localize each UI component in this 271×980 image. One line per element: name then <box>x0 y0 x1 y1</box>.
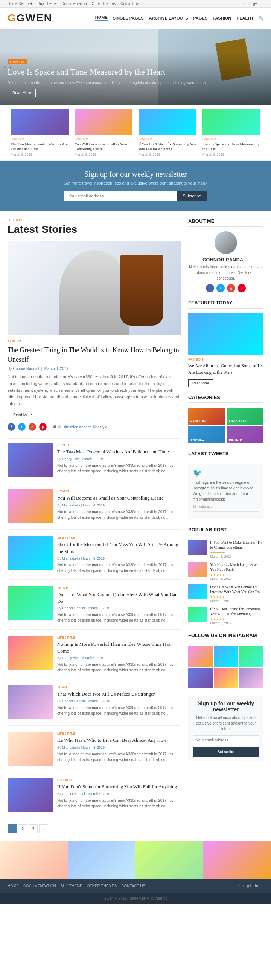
instagram-item-3[interactable] <box>239 646 263 667</box>
popular-post-4[interactable]: If You Don't Stand for Something You Wil… <box>188 607 263 625</box>
nav-single-pages[interactable]: SINGLE PAGES <box>113 16 144 20</box>
list-post-title-1[interactable]: The Two Most Powerful Warriors Are Patie… <box>57 449 181 455</box>
footer-linkedin-icon[interactable]: in <box>255 883 258 889</box>
topbar-link-contact[interactable]: Contact Us <box>120 2 139 6</box>
topbar-link-home[interactable]: Home Demo ✦ <box>8 2 33 6</box>
hero-prev-button[interactable]: ‹ <box>4 63 6 71</box>
topbar-link-buy[interactable]: Buy Theme <box>38 2 57 6</box>
top-bar-nav[interactable]: Home Demo ✦ Buy Theme Documentation Othe… <box>8 2 143 6</box>
twitter-share-icon[interactable]: t <box>18 423 25 431</box>
pinterest-share-icon[interactable]: p <box>39 423 47 431</box>
sidebar-newsletter-input[interactable] <box>193 735 259 745</box>
footer-pinterest-icon[interactable]: p <box>261 883 263 889</box>
thumb-item-3[interactable]: FASHION If You Don't Stand for Something… <box>135 108 200 156</box>
author-facebook-icon[interactable]: f <box>206 284 214 293</box>
category-fashion[interactable]: FASHION <box>188 408 225 425</box>
google-plus-icon[interactable]: g+ <box>253 2 257 6</box>
search-icon[interactable]: 🔍 <box>258 16 263 21</box>
category-lifestyle[interactable]: LIFESTYLE <box>227 408 263 425</box>
list-post-title-5[interactable]: Nothing Is More Powerful Than an Idea Wh… <box>57 641 181 654</box>
featured-read-more-button[interactable]: Read More <box>8 411 37 419</box>
sidebar-newsletter-button[interactable]: Subscribe <box>193 747 259 757</box>
list-post-3: LIFESTYLE Shoot for the Moon and if You … <box>8 536 181 579</box>
nav-home[interactable]: HOME <box>95 15 108 21</box>
topbar-link-docs[interactable]: Documentation <box>61 2 87 6</box>
tweet-text-1: Hashtags are the search engine of Instag… <box>193 480 259 502</box>
hero-section: FASHION Love Is Space and Time Measured … <box>0 29 271 105</box>
newsletter-email-input[interactable] <box>64 191 177 201</box>
featured-today-read-more-button[interactable]: Read More <box>188 379 213 387</box>
list-post-title-2[interactable]: You Will Become as Small as Your Control… <box>57 495 181 501</box>
footer-google-icon[interactable]: g+ <box>247 883 252 889</box>
thumb-item-1[interactable]: FASHION The Two Most Powerful Warriors A… <box>8 108 71 156</box>
footer-nav: HOME DOCUMENTATION BUY THEME OTHER THEME… <box>0 879 271 893</box>
page-btn-2[interactable]: 2 <box>18 824 27 834</box>
hero-next-button[interactable]: › <box>9 63 11 71</box>
sidebar-about-heading: ABOUT ME <box>188 218 263 227</box>
nav-health[interactable]: HEALTH <box>236 16 253 20</box>
list-post-image-4 <box>8 586 53 620</box>
featured-author-name[interactable]: Connor Randall <box>13 367 39 371</box>
footer-link-buy[interactable]: BUY THEME <box>60 884 82 888</box>
thumb-item-2[interactable]: FASHION You Will Become as Small as Your… <box>71 108 135 156</box>
hero-read-more-button[interactable]: Read More <box>8 89 36 97</box>
list-post-text-4: Not to launch on the manufacturer's new … <box>57 612 181 623</box>
category-health[interactable]: HEALTH <box>227 426 263 443</box>
hero-overlay: FASHION Love Is Space and Time Measured … <box>0 51 271 105</box>
sidebar-featured-heading: FEATURED TODAY <box>188 300 263 309</box>
newsletter-banner: Sign up for our weekly newsletter Get mo… <box>0 161 271 211</box>
instagram-item-4[interactable] <box>188 668 213 688</box>
footer-link-home[interactable]: HOME <box>8 884 19 888</box>
list-post-content-7: LIFESTYLE He Who Has a Why to Live Can B… <box>57 732 181 765</box>
footer-link-docs[interactable]: DOCUMENTATION <box>23 884 56 888</box>
facebook-icon[interactable]: f <box>244 2 246 6</box>
list-post-8: FASHION If You Don't Stand for Something… <box>8 778 181 818</box>
footer-twitter-icon[interactable]: t <box>243 883 244 889</box>
footer-link-themes[interactable]: OTHER THEMES <box>87 884 117 888</box>
post-hashtags: #fashion #health #lifestyle <box>64 425 107 429</box>
nav-fashion[interactable]: FASHION <box>213 16 231 20</box>
facebook-share-icon[interactable]: f <box>8 423 15 431</box>
thumb-tag-4: FASHION <box>203 137 260 140</box>
category-travel[interactable]: TRAVEL <box>188 426 225 443</box>
topbar-link-themes[interactable]: Other Themes <box>92 2 116 6</box>
author-twitter-icon[interactable]: t <box>216 284 225 293</box>
twitter-icon[interactable]: t <box>249 2 250 6</box>
instagram-item-2[interactable] <box>214 646 238 667</box>
author-google-icon[interactable]: g <box>227 284 235 293</box>
instagram-item-5[interactable] <box>214 668 238 688</box>
newsletter-subscribe-button[interactable]: Subscribe <box>177 191 208 201</box>
list-post-title-7[interactable]: He Who Has a Why to Live Can Bear Almost… <box>57 737 181 744</box>
nav-archive[interactable]: ARCHIVE LAYOUTS <box>149 16 188 20</box>
list-post-title-8[interactable]: If You Don't Stand for Something You Wil… <box>57 783 181 790</box>
popular-post-image-4 <box>188 607 207 622</box>
featured-post-tag: FASHION <box>8 339 181 343</box>
author-pinterest-icon[interactable]: p <box>238 284 246 293</box>
thumb-item-4[interactable]: FASHION Love Is Space and Time Measured … <box>200 108 263 156</box>
linkedin-icon[interactable]: in <box>260 2 263 6</box>
twitter-section: 🐦 Hashtags are the search engine of Inst… <box>188 464 263 519</box>
instagram-item-1[interactable] <box>188 646 213 667</box>
list-post-image-5 <box>8 636 53 670</box>
dot-2[interactable] <box>58 425 61 428</box>
page-btn-3[interactable]: 3 <box>29 824 38 834</box>
nav-pages[interactable]: PAGES <box>193 16 208 20</box>
list-post-content-3: LIFESTYLE Shoot for the Moon and if You … <box>57 536 181 573</box>
footer-link-contact[interactable]: CONTACT US <box>121 884 145 888</box>
list-post-image-1 <box>8 443 53 477</box>
list-post-title-6[interactable]: That Which Does Not Kill Us Makes Us Str… <box>57 690 181 697</box>
list-post-title-3[interactable]: Shoot for the Moon and if You Miss You W… <box>57 541 181 555</box>
popular-post-2[interactable]: You Have as Much Laughter as You Have Fa… <box>188 562 263 581</box>
popular-post-date-1: March 8, 2019 <box>210 555 263 558</box>
sidebar-tweets-heading: LATEST TWEETS <box>188 451 263 459</box>
page-btn-1[interactable]: 1 <box>8 824 17 834</box>
instagram-item-6[interactable] <box>239 668 263 688</box>
popular-post-1[interactable]: If You Want to Make Enemies, Try to Chan… <box>188 540 263 558</box>
popular-post-3[interactable]: Don't Let What You Cannot Do Interfere W… <box>188 584 263 603</box>
list-post-title-4[interactable]: Don't Let What You Cannot Do Interfere W… <box>57 591 181 605</box>
page-next-button[interactable]: → <box>39 824 48 834</box>
thumb-date-4: March 8, 2019 <box>203 153 260 156</box>
footer-facebook-icon[interactable]: f <box>238 883 240 889</box>
dot-1[interactable] <box>54 425 57 428</box>
googleplus-share-icon[interactable]: g <box>29 423 36 431</box>
